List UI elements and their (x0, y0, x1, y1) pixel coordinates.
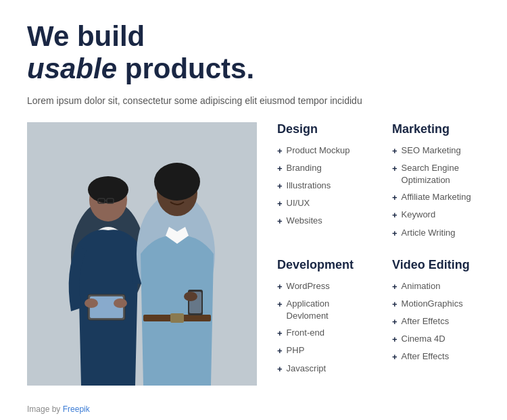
main-content: Design + Product Mockup + Branding + Ill… (27, 122, 480, 394)
design-title: Design (277, 122, 372, 136)
image-credit: Image by Freepik (27, 404, 480, 414)
list-item: + Affiliate Marketing (392, 191, 473, 204)
plus-icon: + (277, 163, 283, 175)
list-item: + Keyword (392, 209, 473, 221)
item-label: WordPress (287, 280, 330, 292)
marketing-section: Marketing + SEO Marketing + Search Engin… (379, 122, 480, 258)
plus-icon: + (392, 298, 397, 311)
svg-point-4 (88, 176, 128, 203)
development-section: Development + WordPress + ApplicationDev… (277, 258, 379, 394)
item-label: Search EngineOptimization (402, 162, 459, 186)
video-editing-title: Video Editing (392, 258, 473, 272)
svg-point-20 (184, 292, 197, 301)
svg-point-15 (154, 163, 200, 201)
list-item: + Search EngineOptimization (392, 162, 473, 186)
svg-rect-17 (170, 313, 184, 323)
svg-point-12 (114, 298, 127, 308)
list-item: + Animation (392, 280, 473, 293)
main-headline: We build usable products. (27, 20, 480, 86)
list-item: + PHP (277, 344, 372, 357)
plus-icon: + (277, 363, 283, 375)
plus-icon: + (277, 145, 283, 157)
svg-point-11 (84, 298, 98, 308)
item-label: Javascript (287, 363, 327, 375)
marketing-title: Marketing (392, 122, 473, 136)
video-editing-section: Video Editing + Animation + MotionGraphi… (379, 258, 480, 394)
plus-icon: + (392, 351, 397, 363)
item-label: Cinema 4D (402, 333, 445, 345)
item-label: Keyword (402, 209, 436, 221)
plus-icon: + (277, 345, 283, 357)
image-credit-label: Image by (27, 404, 63, 414)
list-item: + Websites (277, 215, 372, 228)
plus-icon: + (277, 327, 283, 340)
list-item: + UI/UX (277, 197, 372, 210)
item-label: Article Writing (402, 227, 456, 239)
plus-icon: + (277, 198, 283, 210)
list-item: + WordPress (277, 280, 372, 293)
headline-line1: We build (27, 20, 145, 52)
design-section: Design + Product Mockup + Branding + Ill… (277, 122, 379, 258)
plus-icon: + (392, 192, 397, 204)
plus-icon: + (277, 281, 283, 293)
services-grid: Design + Product Mockup + Branding + Ill… (277, 122, 480, 394)
list-item: + Article Writing (392, 227, 473, 240)
plus-icon: + (392, 281, 397, 293)
item-label: Front-end (287, 327, 324, 339)
list-item: + Javascript (277, 363, 372, 375)
item-label: Websites (287, 215, 322, 227)
plus-icon: + (392, 316, 397, 328)
item-label: Branding (287, 162, 322, 174)
list-item: + Branding (277, 162, 372, 175)
hero-image (27, 122, 257, 386)
people-illustration (27, 122, 257, 386)
list-item: + MotionGraphics (392, 298, 473, 311)
plus-icon: + (392, 163, 397, 175)
item-label: After Effetcs (402, 315, 450, 327)
item-label: After Effects (402, 350, 450, 363)
subtitle-text: Lorem ipsum dolor sit, consectetur some … (27, 95, 480, 106)
plus-icon: + (392, 228, 397, 240)
list-item: + Front-end (277, 327, 372, 340)
item-label: PHP (287, 344, 305, 357)
list-item: + After Effetcs (392, 315, 473, 328)
plus-icon: + (392, 334, 397, 346)
list-item: + Cinema 4D (392, 333, 473, 346)
headline-products: products. (125, 53, 254, 84)
photo-placeholder (27, 122, 257, 386)
page: We build usable products. Lorem ipsum do… (0, 0, 507, 420)
item-label: Product Mockup (287, 145, 350, 157)
item-label: SEO Marketing (402, 145, 461, 157)
list-item: + Illustrations (277, 180, 372, 192)
item-label: Animation (402, 280, 441, 292)
item-label: Illustrations (287, 180, 331, 192)
plus-icon: + (277, 180, 283, 192)
item-label: ApplicationDevloment (287, 298, 330, 322)
freepik-link[interactable]: Freepik (63, 404, 90, 414)
item-label: Affiliate Marketing (402, 191, 471, 203)
list-item: + After Effects (392, 350, 473, 363)
item-label: MotionGraphics (402, 298, 463, 310)
plus-icon: + (277, 298, 283, 311)
plus-icon: + (392, 209, 397, 221)
list-item: + SEO Marketing (392, 145, 473, 157)
item-label: UI/UX (287, 197, 310, 209)
list-item: + Product Mockup (277, 145, 372, 157)
plus-icon: + (277, 215, 283, 228)
list-item: + ApplicationDevloment (277, 298, 372, 322)
headline-usable: usable (27, 53, 117, 84)
development-title: Development (277, 258, 372, 272)
plus-icon: + (392, 145, 397, 157)
